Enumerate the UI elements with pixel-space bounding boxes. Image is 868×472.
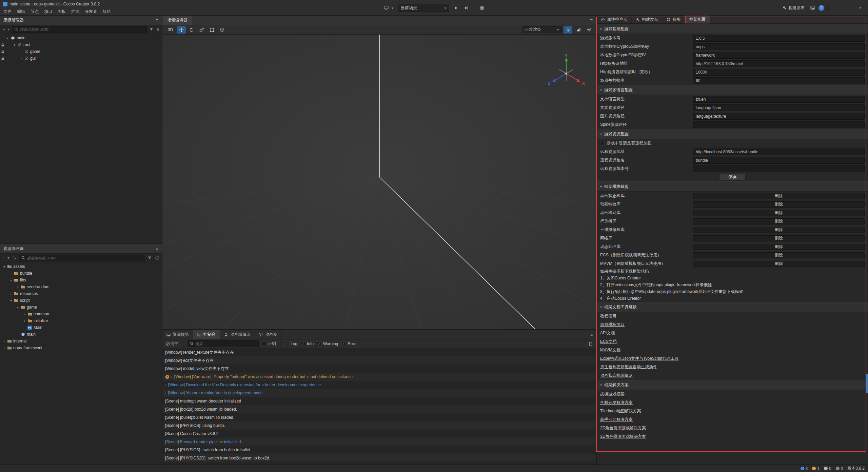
arrow-expanded-icon[interactable]: ▾ bbox=[16, 306, 20, 309]
menu-item[interactable]: 扩展 bbox=[68, 9, 82, 15]
hierarchy-filter-button[interactable] bbox=[149, 27, 154, 32]
delete-module-button[interactable]: 删除 bbox=[693, 218, 865, 224]
menu-item[interactable]: 节点 bbox=[28, 9, 41, 15]
asset-node-row[interactable]: ▾script bbox=[0, 297, 162, 304]
arrow-expanded-icon[interactable]: ▾ bbox=[5, 36, 10, 40]
hierarchy-node-row[interactable]: ▾main bbox=[0, 35, 162, 41]
inspector-tab[interactable]: 构建发布 bbox=[632, 16, 663, 23]
console-tab[interactable]: 动画编辑器 bbox=[220, 330, 255, 339]
scene-stats-button[interactable] bbox=[574, 26, 583, 34]
log-row[interactable]: [Window] ecs文件夹不存在 bbox=[162, 356, 596, 365]
doc-link[interactable]: 教程项目 bbox=[600, 313, 616, 319]
property-input[interactable]: bundle bbox=[693, 157, 865, 164]
asset-node-row[interactable]: ▾assets bbox=[0, 263, 162, 270]
arrow-collapsed-icon[interactable]: › bbox=[2, 346, 6, 350]
filter-warning-toggle[interactable]: ✓Warning bbox=[317, 341, 338, 346]
property-input[interactable]: 1.0.5 bbox=[693, 35, 865, 42]
light-toggle-button[interactable] bbox=[564, 26, 572, 34]
step-button[interactable] bbox=[462, 5, 470, 11]
asset-node-row[interactable]: ›internal bbox=[0, 338, 162, 345]
render-mode-dropdown[interactable]: 正常渲染 ▾ bbox=[522, 26, 562, 33]
arrow-collapsed-icon[interactable]: › bbox=[9, 272, 13, 275]
delete-module-button[interactable]: 删除 bbox=[693, 201, 865, 208]
asset-node-row[interactable]: ›initialize bbox=[0, 317, 162, 324]
transform-tool-button[interactable] bbox=[218, 26, 226, 34]
play-button[interactable] bbox=[452, 5, 460, 11]
property-input[interactable] bbox=[693, 165, 865, 172]
console-tab[interactable]: 资源预览 bbox=[162, 330, 193, 339]
clear-console-button[interactable]: 清空 bbox=[165, 340, 179, 347]
inspector-tab[interactable]: 属性检查器 bbox=[597, 16, 632, 23]
add-node-button[interactable]: +▾ bbox=[2, 26, 10, 33]
asset-node-row[interactable]: main bbox=[0, 331, 162, 338]
inspector-scrollbar-thumb[interactable] bbox=[866, 374, 868, 393]
property-input[interactable]: oops bbox=[693, 43, 865, 50]
hierarchy-menu-icon[interactable]: ≡ bbox=[156, 18, 158, 23]
inspector-tab[interactable]: 服务 bbox=[663, 16, 685, 23]
log-row[interactable]: [Scene] [PHYSICS]: switch from builtin t… bbox=[162, 446, 596, 454]
delete-module-button[interactable]: 删除 bbox=[693, 210, 865, 216]
filter-info-toggle[interactable]: ✓Info bbox=[301, 341, 314, 346]
hierarchy-node-row[interactable]: game bbox=[0, 48, 162, 55]
status-notice-count[interactable]: 0 bbox=[836, 466, 843, 471]
menu-item[interactable]: 开发者 bbox=[82, 9, 100, 15]
log-row[interactable]: [Scene] Cocos Creator v3.8.2 bbox=[162, 430, 596, 438]
property-input[interactable]: http://localhost:8083/assets/bundle bbox=[693, 149, 865, 155]
asset-node-row[interactable]: ›common bbox=[0, 311, 162, 317]
section-header[interactable]: ▾框架解决方案 bbox=[597, 380, 868, 390]
arrow-expanded-icon[interactable]: ▾ bbox=[9, 299, 13, 302]
property-input[interactable]: zh,en bbox=[693, 96, 865, 103]
maximize-button[interactable]: □ bbox=[843, 4, 853, 12]
delete-module-button[interactable]: 删除 bbox=[693, 193, 865, 199]
hierarchy-search-input[interactable] bbox=[20, 27, 144, 32]
doc-link[interactable]: 动画状态机编辑器 bbox=[600, 373, 633, 378]
menu-item[interactable]: 编辑 bbox=[14, 9, 28, 15]
assets-sort-button[interactable] bbox=[12, 255, 17, 260]
log-row[interactable]: [Window] model_view文件夹不存在 bbox=[162, 365, 596, 373]
assets-menu-icon[interactable]: ≡ bbox=[156, 246, 158, 251]
add-asset-button[interactable]: +▾ bbox=[2, 255, 10, 261]
axis-gizmo[interactable]: Y X Z bbox=[546, 53, 587, 92]
help-button[interactable]: ? bbox=[818, 5, 824, 11]
doc-link[interactable]: 2D角色扮演游戏解决方案 bbox=[600, 425, 646, 431]
assets-search-input[interactable] bbox=[27, 256, 143, 260]
minimize-button[interactable]: ─ bbox=[831, 4, 841, 12]
remote-load-checkbox[interactable] bbox=[600, 141, 605, 145]
doc-link[interactable]: 战棋游戏框架 bbox=[600, 391, 625, 397]
asset-node-row[interactable]: ▾game bbox=[0, 304, 162, 311]
log-row[interactable]: [Scene] [bullet]:bullet wasm lib loaded. bbox=[162, 413, 596, 421]
arrow-collapsed-icon[interactable]: › bbox=[22, 312, 27, 316]
hierarchy-list-button[interactable]: ≡ bbox=[156, 26, 160, 33]
arrow-expanded-icon[interactable]: ▾ bbox=[9, 278, 13, 282]
menu-item[interactable]: 文件 bbox=[1, 9, 14, 15]
mode-3d-toggle[interactable]: 3D bbox=[165, 26, 176, 34]
log-row[interactable]: [Scene] [PHYSICS]: using builtin. bbox=[162, 421, 596, 430]
property-input[interactable]: framework bbox=[693, 52, 865, 59]
preview-image-button[interactable] bbox=[809, 5, 816, 11]
asset-node-row[interactable]: ›oops-framework bbox=[0, 345, 162, 351]
rotate-tool-button[interactable] bbox=[187, 26, 196, 34]
arrow-collapsed-icon[interactable]: › bbox=[16, 285, 20, 289]
console-searchbox[interactable] bbox=[188, 340, 259, 347]
menu-item[interactable]: 帮助 bbox=[100, 9, 113, 15]
assets-searchbox[interactable] bbox=[19, 255, 145, 261]
filter-log-toggle[interactable]: ✓Log bbox=[284, 341, 297, 346]
menu-item[interactable]: 面板 bbox=[55, 9, 68, 15]
inspector-tab[interactable]: 框架配置 bbox=[685, 16, 710, 23]
log-row[interactable]: [Scene] Forward render pipeline initiali… bbox=[162, 438, 596, 446]
asset-node-row[interactable]: TSMain bbox=[0, 324, 162, 331]
expand-chevron-icon[interactable]: › bbox=[165, 391, 166, 395]
log-row[interactable]: [Scene] [PHYSICS2D]: switch from box2d-w… bbox=[162, 454, 596, 462]
status-error-count[interactable]: 0 bbox=[824, 466, 831, 471]
section-header[interactable]: ▾框架文档工具链接 bbox=[597, 302, 868, 312]
property-input[interactable]: 10000 bbox=[693, 69, 865, 76]
arrow-collapsed-icon[interactable]: › bbox=[22, 319, 27, 323]
doc-link[interactable]: Tiledmap地图解决方案 bbox=[600, 408, 641, 414]
expand-chevron-icon[interactable]: › bbox=[171, 375, 173, 379]
hierarchy-node-row[interactable]: ›gui bbox=[0, 55, 162, 62]
close-button[interactable]: × bbox=[855, 4, 865, 12]
scene-selector-dropdown[interactable]: 当前场景 ▾ bbox=[398, 4, 449, 12]
status-warning-count[interactable]: 1 bbox=[812, 466, 820, 471]
property-input[interactable]: 60 bbox=[693, 77, 865, 84]
arrow-collapsed-icon[interactable]: › bbox=[9, 292, 13, 296]
